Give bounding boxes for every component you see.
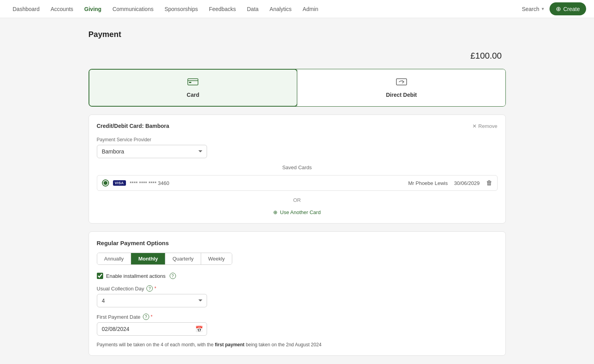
nav-dashboard[interactable]: Dashboard [8, 4, 44, 15]
remove-x-icon: ✕ [472, 123, 477, 129]
create-label: Create [563, 6, 580, 12]
visa-badge: VISA [113, 180, 126, 186]
first-payment-date-group: First Payment Date ? * 📅 [97, 314, 498, 336]
regular-section-title: Regular Payment Options [97, 240, 498, 246]
radio-inner [104, 181, 107, 185]
info-prefix: Payments will be taken on the [97, 342, 161, 347]
card-radio[interactable] [102, 179, 109, 187]
card-delete-button[interactable]: 🗑 [486, 179, 492, 187]
nav-analytics[interactable]: Analytics [265, 4, 296, 15]
tab-card[interactable]: Card [89, 69, 298, 107]
collection-day-group: Usual Collection Day ? * 4 [97, 285, 498, 307]
saved-card-item[interactable]: VISA **** **** **** 3460 Mr Phoebe Lewis… [97, 175, 498, 191]
enable-installment-label: Enable installment actions [106, 273, 166, 279]
use-another-card-button[interactable]: ⊕ Use Another Card [273, 209, 320, 215]
amount-value: £100.00 [470, 51, 502, 61]
card-section-header: Credit/Debit Card: Bambora ✕ Remove [97, 123, 498, 129]
nav-items: Dashboard Accounts Giving Communications… [8, 4, 522, 15]
nav-admin[interactable]: Admin [298, 4, 323, 15]
info-bold: first payment [215, 342, 244, 347]
card-number: **** **** **** 3460 [130, 180, 169, 186]
use-another-plus-icon: ⊕ [273, 209, 278, 215]
provider-group: Payment Service Provider Bambora [97, 137, 498, 158]
amount-row: £100.00 [89, 51, 506, 61]
collection-day-label-row: Usual Collection Day ? * [97, 285, 498, 292]
create-button[interactable]: ⊕ Create [550, 2, 586, 15]
direct-debit-tab-label: Direct Debit [386, 92, 417, 98]
remove-label: Remove [478, 123, 497, 129]
svg-rect-0 [188, 79, 198, 85]
card-tab-icon [187, 78, 198, 89]
payment-method-tabs: Card Direct Debit [89, 69, 506, 107]
nav-giving[interactable]: Giving [80, 4, 106, 15]
enable-installment-checkbox[interactable] [97, 273, 103, 279]
freq-annually[interactable]: Annually [97, 253, 131, 264]
nav-right: Search ▼ ⊕ Create [522, 2, 586, 15]
saved-card-left: VISA **** **** **** 3460 [102, 179, 169, 187]
first-payment-date-input[interactable] [97, 322, 207, 336]
tab-direct-debit[interactable]: Direct Debit [298, 69, 505, 106]
collection-day-label: Usual Collection Day [97, 286, 144, 292]
nav-sponsorships[interactable]: Sponsorships [160, 4, 203, 15]
remove-button[interactable]: ✕ Remove [472, 123, 497, 129]
collection-day-help-icon[interactable]: ? [146, 285, 153, 292]
main-content: Payment £100.00 Card [81, 18, 514, 364]
card-expiry: 30/06/2029 [454, 180, 479, 186]
first-payment-date-label: First Payment Date [97, 314, 141, 320]
freq-quarterly[interactable]: Quarterly [165, 253, 201, 264]
use-another-label: Use Another Card [280, 209, 320, 215]
date-input-wrapper: 📅 [97, 322, 207, 336]
first-payment-date-help-icon[interactable]: ? [143, 314, 149, 320]
info-middle: of each month, with the [163, 342, 215, 347]
search-label: Search [522, 6, 539, 12]
frequency-tabs: Annually Monthly Quarterly Weekly [97, 253, 233, 265]
create-plus-icon: ⊕ [556, 5, 561, 13]
collection-day-required: * [154, 286, 156, 291]
saved-cards-label: Saved Cards [97, 164, 498, 170]
info-suffix: being taken on the 2nd August 2024 [244, 342, 322, 347]
card-section-title: Credit/Debit Card: Bambora [97, 123, 169, 129]
svg-rect-2 [189, 82, 191, 83]
provider-label: Payment Service Provider [97, 137, 498, 142]
page-title: Payment [89, 30, 506, 39]
first-payment-date-label-row: First Payment Date ? * [97, 314, 498, 320]
nav-feedbacks[interactable]: Feedbacks [204, 4, 241, 15]
navigation: Dashboard Accounts Giving Communications… [0, 0, 594, 18]
saved-card-right: Mr Phoebe Lewis 30/06/2029 🗑 [408, 179, 492, 187]
card-section: Credit/Debit Card: Bambora ✕ Remove Paym… [89, 115, 506, 224]
or-divider: OR [97, 197, 498, 203]
svg-rect-3 [396, 79, 407, 85]
provider-select[interactable]: Bambora [97, 145, 207, 158]
nav-accounts[interactable]: Accounts [46, 4, 78, 15]
search-trigger[interactable]: Search ▼ [522, 6, 545, 12]
regular-payment-section: Regular Payment Options Annually Monthly… [89, 231, 506, 356]
first-payment-date-required: * [151, 314, 153, 320]
freq-monthly[interactable]: Monthly [131, 253, 165, 264]
payment-info-text: Payments will be taken on the 4 of each … [97, 342, 498, 347]
nav-communications[interactable]: Communications [108, 4, 158, 15]
card-tab-label: Card [187, 92, 199, 98]
installment-help-icon[interactable]: ? [170, 273, 176, 279]
search-dropdown-icon: ▼ [541, 7, 545, 11]
card-holder-name: Mr Phoebe Lewis [408, 180, 448, 186]
info-day: 4 [161, 342, 163, 347]
enable-installment-row: Enable installment actions ? [97, 273, 498, 279]
freq-weekly[interactable]: Weekly [201, 253, 232, 264]
saved-cards-section: Saved Cards VISA **** **** **** 3460 Mr … [97, 164, 498, 191]
collection-day-select[interactable]: 4 [97, 294, 207, 307]
direct-debit-tab-icon [396, 78, 407, 89]
nav-data[interactable]: Data [242, 4, 263, 15]
